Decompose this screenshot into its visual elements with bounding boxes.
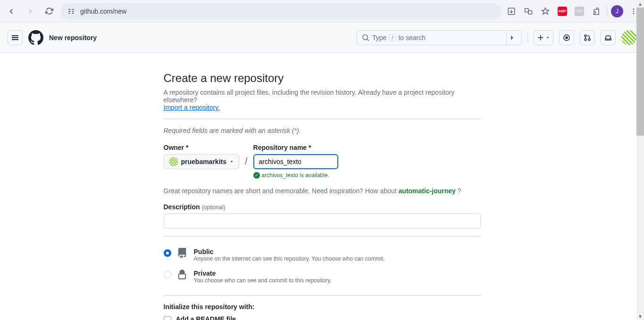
translate-icon[interactable] [522, 5, 535, 18]
search-hint-suffix: to search [398, 34, 426, 41]
svg-rect-0 [68, 9, 71, 9]
divider [527, 33, 528, 42]
pull-request-icon [584, 34, 591, 41]
svg-point-5 [72, 12, 74, 14]
plus-icon [537, 34, 544, 41]
lock-icon [177, 270, 188, 281]
initialize-section-title: Initialize this repository with: [164, 303, 481, 311]
chevron-down-icon [545, 35, 550, 40]
availability-message: ✓ archivos_texto is available. [253, 172, 338, 179]
issues-button[interactable] [559, 30, 574, 45]
readme-option: Add a README file This is where you can … [164, 315, 481, 320]
svg-point-11 [633, 13, 635, 14]
name-suggestion-link[interactable]: automatic-journey [399, 187, 456, 195]
hamburger-menu-button[interactable] [8, 30, 23, 45]
forward-button[interactable] [23, 4, 38, 19]
divider [164, 236, 481, 237]
public-radio[interactable] [164, 249, 171, 257]
browser-chrome: github.com/new ABP </> J [0, 0, 644, 23]
github-logo-icon[interactable] [28, 30, 43, 45]
bookmark-icon[interactable] [539, 5, 552, 18]
address-bar[interactable]: github.com/new [60, 3, 501, 19]
svg-point-13 [566, 37, 568, 39]
page-title: Create a new repository [164, 72, 481, 85]
description-label: Description (optional) [164, 203, 481, 211]
visibility-public-option: Public Anyone on the internet can see th… [164, 244, 481, 266]
svg-rect-1 [68, 11, 71, 11]
reload-button[interactable] [42, 4, 57, 19]
private-desc: You choose who can see and commit to thi… [194, 277, 332, 284]
svg-point-14 [585, 35, 586, 37]
repo-name-input[interactable] [253, 154, 338, 169]
scroll-up-arrow[interactable]: ▲ [636, 0, 644, 8]
page-description: A repository contains all project files,… [164, 89, 481, 111]
owner-label: Owner * [164, 144, 239, 151]
search-icon [362, 34, 369, 41]
required-fields-note: Required fields are marked with an aster… [164, 127, 481, 134]
chevron-down-icon [229, 159, 234, 164]
svg-rect-2 [72, 9, 74, 9]
owner-repo-row: Owner * pruebamarkits / Repository name … [164, 144, 481, 179]
abp-extension-icon[interactable]: ABP [556, 5, 569, 18]
path-separator: / [245, 156, 248, 167]
repo-icon [177, 248, 188, 260]
svg-point-9 [633, 8, 635, 10]
install-app-icon[interactable] [505, 5, 518, 18]
inspiration-text: Great repository names are short and mem… [164, 187, 481, 195]
scroll-thumb[interactable] [636, 8, 644, 136]
import-repository-link[interactable]: Import a repository. [164, 104, 220, 111]
divider [607, 7, 607, 16]
search-hint-prefix: Type [372, 34, 386, 41]
svg-point-15 [585, 39, 586, 41]
github-header: New repository Type / to search [0, 23, 644, 53]
inbox-icon [604, 34, 612, 41]
create-new-button[interactable] [534, 30, 553, 45]
svg-rect-8 [528, 10, 532, 14]
owner-group: Owner * pruebamarkits [164, 144, 239, 169]
chrome-actions: ABP </> J [505, 5, 640, 18]
description-input[interactable] [164, 213, 481, 229]
public-desc: Anyone on the internet can see this repo… [194, 255, 385, 262]
description-group: Description (optional) [164, 203, 481, 229]
visibility-section: Public Anyone on the internet can see th… [164, 244, 481, 287]
divider [164, 119, 481, 119]
scroll-down-arrow[interactable]: ▼ [636, 312, 644, 320]
extensions-icon[interactable] [590, 5, 603, 18]
private-radio[interactable] [164, 271, 171, 279]
chrome-profile-avatar[interactable]: J [611, 5, 623, 17]
main-content: Create a new repository A repository con… [156, 53, 488, 320]
owner-avatar-icon [169, 157, 178, 166]
issues-icon [563, 34, 570, 41]
site-settings-icon[interactable] [67, 7, 75, 16]
visibility-private-option: Private You choose who can see and commi… [164, 266, 481, 287]
optional-tag: (optional) [201, 204, 225, 211]
divider [164, 295, 481, 295]
search-button[interactable]: Type / to search [357, 30, 522, 45]
readme-title: Add a README file [176, 315, 408, 320]
public-title: Public [194, 248, 385, 255]
pull-requests-button[interactable] [580, 30, 595, 45]
availability-text: archivos_texto is available. [262, 172, 329, 179]
back-button[interactable] [4, 4, 19, 19]
repo-name-label: Repository name * [253, 144, 338, 151]
notifications-button[interactable] [601, 30, 616, 45]
owner-name: pruebamarkits [181, 158, 226, 165]
check-circle-icon: ✓ [253, 172, 260, 179]
scrollbar[interactable]: ▲ ▼ [636, 0, 644, 320]
owner-select[interactable]: pruebamarkits [164, 154, 239, 169]
search-kbd-shortcut: / [389, 34, 395, 41]
svg-point-16 [588, 39, 590, 41]
svg-rect-3 [72, 11, 74, 11]
devtools-extension-icon[interactable]: </> [573, 5, 586, 18]
command-palette-button[interactable] [506, 31, 521, 45]
svg-rect-7 [525, 8, 529, 12]
svg-point-10 [633, 10, 635, 12]
svg-point-4 [69, 12, 70, 14]
page-context-title: New repository [49, 34, 97, 41]
user-avatar[interactable] [621, 30, 636, 45]
url-text: github.com/new [80, 8, 494, 15]
private-title: Private [194, 270, 332, 277]
repo-name-group: Repository name * ✓ archivos_texto is av… [253, 144, 338, 179]
readme-checkbox[interactable] [164, 316, 171, 320]
